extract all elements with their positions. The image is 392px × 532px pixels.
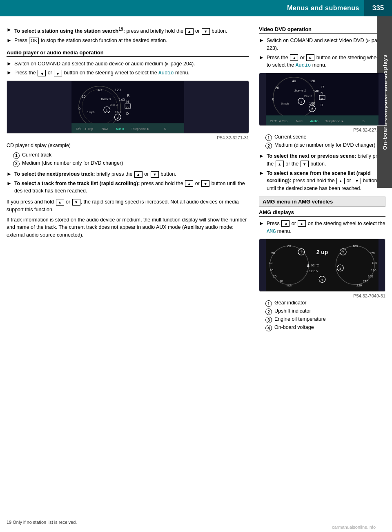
num-text-1-1: Current track: [22, 152, 51, 158]
num-text-3-3: Engine oil temperature: [274, 316, 326, 322]
svg-text:140: 140: [119, 98, 125, 102]
right-column: Video DVD operation ► Switch on COMAND a…: [259, 26, 385, 335]
svg-text:120: 120: [309, 79, 315, 83]
svg-text:3: 3: [339, 267, 341, 270]
bullet-arrow-2: ►: [7, 37, 12, 43]
btn-up-s1: [276, 161, 284, 167]
video-text-2: Press the or button on the steering whee…: [267, 54, 385, 70]
svg-text:2: 2: [117, 116, 118, 120]
svg-text:◄ Trip: ◄ Trip: [84, 127, 94, 131]
num-text-3-2: Upshift indicator: [274, 308, 311, 314]
track-list-item: ► To select a track from the track list …: [7, 180, 249, 195]
svg-text:Navi: Navi: [102, 127, 108, 131]
track-next-item: ► To select the next/previous track: bri…: [7, 170, 249, 178]
num-a4: 4: [265, 325, 272, 331]
svg-text:Disc 3: Disc 3: [110, 103, 118, 106]
svg-text:1: 1: [301, 100, 302, 104]
svg-text:2: 2: [311, 107, 313, 111]
svg-text:Telephone ►: Telephone ►: [325, 119, 344, 123]
dashboard-svg-2: 40 20 0 120 140 160 Scene 1 Disc 3 1 2 R…: [259, 73, 385, 125]
numbered-list-2: 1 Current scene 2 Medium (disc number on…: [265, 134, 385, 149]
bullet-arrow-6: ►: [7, 180, 12, 186]
svg-text:mph: mph: [287, 284, 292, 287]
bullet-arrow-v1: ►: [259, 37, 264, 43]
numbered-item-1-2: 2 Medium (disc number only for DVD chang…: [13, 160, 249, 167]
dashboard-image-2: 40 20 0 120 140 160 Scene 1 Disc 3 1 2 R…: [259, 73, 385, 126]
numbered-item-3-3: 3 Engine oil temperature: [265, 316, 385, 323]
svg-text:S: S: [164, 127, 166, 131]
dashboard3-caption: P54.32-7049-31: [259, 293, 385, 298]
svg-text:20: 20: [82, 95, 86, 99]
audio-item-2: ► Press the or button on the steering wh…: [7, 69, 249, 77]
dashboard-svg-1: 40 20 0 120 140 160 Track 3 Disc 3 1 2 R…: [7, 81, 249, 133]
svg-text:140: 140: [313, 89, 319, 93]
svg-text:0: 0: [78, 107, 80, 111]
svg-text:10: 10: [279, 280, 283, 284]
num-1: 1: [13, 152, 20, 159]
svg-text:190: 190: [371, 268, 376, 272]
btn-down-2: [151, 171, 159, 178]
numbered-item-1-1: 1 Current track: [13, 152, 249, 159]
svg-text:60: 60: [287, 244, 291, 248]
btn-ok: OK: [29, 38, 39, 44]
btn-down-s1: [301, 161, 309, 167]
svg-text:50: 50: [272, 252, 275, 255]
video-item-2: ► Press the or button on the steering wh…: [259, 54, 385, 70]
numbered-item-3-2: 2 Upshift indicator: [265, 308, 385, 315]
btn-up-4: [56, 199, 64, 206]
audio-text-1: Switch on COMAND and select the audio de…: [14, 60, 195, 68]
bullet-arrow-s2: ►: [259, 170, 264, 176]
svg-text:220: 220: [356, 284, 362, 287]
btn-up-3: [185, 180, 193, 187]
svg-text:170: 170: [370, 252, 375, 255]
track-list-text: To select a track from the track list (r…: [14, 180, 249, 195]
numbered-item-2-1: 1 Current scene: [265, 134, 385, 141]
audio-item-1: ► Switch on COMAND and select the audio …: [7, 60, 249, 68]
svg-text:P: P: [321, 97, 323, 101]
svg-text:Audio: Audio: [310, 119, 318, 123]
num-text-1-2: Medium (disc number only for DVD changer…: [22, 160, 123, 166]
num-2: 2: [13, 161, 20, 167]
footnote-ref: 19: [118, 27, 123, 31]
dashboard1-caption: P54.32-6271-31: [7, 135, 249, 140]
svg-text:⛄ 92 °C: ⛄ 92 °C: [306, 263, 319, 267]
svg-text:S: S: [362, 119, 364, 123]
svg-text:1: 1: [301, 251, 302, 255]
audio-text-2: Press the or button on the steering whee…: [14, 69, 189, 77]
svg-text:160: 160: [352, 244, 358, 248]
btn-down-4: [72, 199, 80, 206]
svg-text:⎓ 12.8 V: ⎓ 12.8 V: [306, 269, 319, 273]
header-bar: Menus and submenus 335: [0, 0, 392, 16]
numbered-item-3-1: 1 Gear indicator: [265, 300, 385, 307]
svg-text:30: 30: [270, 268, 274, 272]
btn-left-v: [290, 54, 298, 61]
numbered-list-3: 1 Gear indicator 2 Upshift indicator 3 E…: [265, 300, 385, 331]
svg-text:Navi: Navi: [296, 119, 303, 123]
svg-text:D: D: [126, 112, 129, 116]
svg-text:4: 4: [321, 278, 323, 282]
amg-section-box: AMG menu in AMG vehicles: [259, 197, 385, 207]
svg-text:D: D: [321, 103, 323, 107]
scene-next-text: To select the next or previous scene: br…: [267, 152, 385, 168]
svg-text:R: R: [321, 85, 324, 89]
header-page: 335: [364, 0, 392, 16]
svg-text:Telephone ►: Telephone ►: [131, 127, 150, 131]
num-text-2-1: Current scene: [274, 134, 307, 140]
btn-up-triangle: [185, 28, 194, 35]
audio-section-title: Audio player or audio media operation: [7, 49, 249, 57]
press-ok-item: ► Press OK to stop the station search fu…: [7, 37, 249, 45]
dashboard-image-3: 60 50 40 30 20 10 160 170 180 190 200 21…: [259, 239, 385, 292]
watermark: carmanualsonline.info: [332, 525, 376, 530]
footnote: 19 Only if no station list is received.: [7, 520, 77, 525]
num-text-3-1: Gear indicator: [274, 300, 307, 306]
scene-list-item: ► To select a scene from the scene list …: [259, 170, 385, 192]
svg-text:N: N: [126, 100, 129, 104]
svg-text:210: 210: [363, 280, 369, 284]
svg-text:20: 20: [273, 275, 276, 278]
para1: If you press and hold or , the rapid scr…: [7, 198, 249, 214]
amg-link: AMG: [267, 229, 276, 235]
num-v2: 2: [265, 143, 272, 149]
track-next-bold: To select the next/previous track:: [14, 171, 95, 177]
station-search-text: To select a station using the station se…: [14, 26, 227, 35]
svg-text:120: 120: [115, 88, 121, 92]
